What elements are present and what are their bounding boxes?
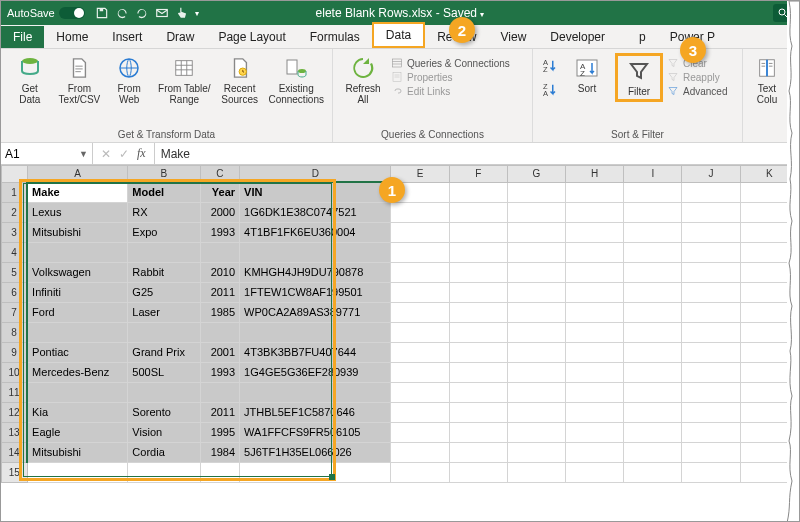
sort-button[interactable]: AZSort [563, 53, 611, 96]
from-text-csv-button[interactable]: From Text/CSV [57, 53, 103, 107]
cell-H5[interactable] [566, 262, 624, 282]
col-header-C[interactable]: C [200, 166, 240, 183]
cell-H8[interactable] [566, 322, 624, 342]
cell-F7[interactable] [449, 302, 507, 322]
cell-I4[interactable] [624, 242, 682, 262]
cell-H6[interactable] [566, 282, 624, 302]
col-header-A[interactable]: A [27, 166, 128, 183]
cell-E9[interactable] [391, 342, 449, 362]
cell-B15[interactable] [128, 462, 200, 482]
cell-F11[interactable] [449, 382, 507, 402]
cell-D1[interactable]: VIN [240, 182, 391, 202]
cell-B9[interactable]: Grand Prix [128, 342, 200, 362]
cell-A6[interactable]: Infiniti [27, 282, 128, 302]
cell-A4[interactable] [27, 242, 128, 262]
cell-D8[interactable] [240, 322, 391, 342]
touch-icon[interactable] [175, 6, 189, 20]
cell-A9[interactable]: Pontiac [27, 342, 128, 362]
row-header-15[interactable]: 15 [2, 462, 28, 482]
autosave-toggle[interactable]: AutoSave [7, 7, 85, 19]
row-header-2[interactable]: 2 [2, 202, 28, 222]
cell-E13[interactable] [391, 422, 449, 442]
cell-I3[interactable] [624, 222, 682, 242]
cell-G8[interactable] [507, 322, 565, 342]
cell-J11[interactable] [682, 382, 740, 402]
cell-H10[interactable] [566, 362, 624, 382]
save-icon[interactable] [95, 6, 109, 20]
cell-G3[interactable] [507, 222, 565, 242]
undo-icon[interactable] [115, 6, 129, 20]
cell-C11[interactable] [200, 382, 240, 402]
cell-C12[interactable]: 2011 [200, 402, 240, 422]
cell-A5[interactable]: Volkswagen [27, 262, 128, 282]
cell-G6[interactable] [507, 282, 565, 302]
cell-C6[interactable]: 2011 [200, 282, 240, 302]
fx-icon[interactable]: fx [137, 146, 146, 161]
cell-G10[interactable] [507, 362, 565, 382]
cell-H2[interactable] [566, 202, 624, 222]
cell-F12[interactable] [449, 402, 507, 422]
cell-J15[interactable] [682, 462, 740, 482]
row-header-10[interactable]: 10 [2, 362, 28, 382]
cell-C2[interactable]: 2000 [200, 202, 240, 222]
col-header-F[interactable]: F [449, 166, 507, 183]
tab-insert[interactable]: Insert [100, 26, 154, 48]
cell-J6[interactable] [682, 282, 740, 302]
cell-E3[interactable] [391, 222, 449, 242]
cell-B13[interactable]: Vision [128, 422, 200, 442]
cell-C13[interactable]: 1995 [200, 422, 240, 442]
tab-data[interactable]: Data [372, 22, 425, 48]
get-data-button[interactable]: Get Data [7, 53, 53, 107]
cell-H4[interactable] [566, 242, 624, 262]
cell-F6[interactable] [449, 282, 507, 302]
cell-B11[interactable] [128, 382, 200, 402]
cell-D4[interactable] [240, 242, 391, 262]
cell-A3[interactable]: Mitsubishi [27, 222, 128, 242]
cell-G15[interactable] [507, 462, 565, 482]
sort-asc-button[interactable]: AZ [539, 57, 559, 79]
cell-B4[interactable] [128, 242, 200, 262]
tab-page-layout[interactable]: Page Layout [206, 26, 297, 48]
row-header-6[interactable]: 6 [2, 282, 28, 302]
cell-H13[interactable] [566, 422, 624, 442]
cell-I15[interactable] [624, 462, 682, 482]
cell-F2[interactable] [449, 202, 507, 222]
cell-J12[interactable] [682, 402, 740, 422]
cell-A12[interactable]: Kia [27, 402, 128, 422]
tab-file[interactable]: File [1, 26, 44, 48]
cell-E12[interactable] [391, 402, 449, 422]
row-header-3[interactable]: 3 [2, 222, 28, 242]
cell-A13[interactable]: Eagle [27, 422, 128, 442]
cell-A15[interactable] [27, 462, 128, 482]
col-header-D[interactable]: D [240, 166, 391, 183]
cell-F8[interactable] [449, 322, 507, 342]
cell-J8[interactable] [682, 322, 740, 342]
cell-I13[interactable] [624, 422, 682, 442]
cell-D10[interactable]: 1G4GE5G36EF280939 [240, 362, 391, 382]
row-header-1[interactable]: 1 [2, 182, 28, 202]
queries-connections-button[interactable]: Queries & Connections [391, 57, 510, 69]
cell-G5[interactable] [507, 262, 565, 282]
cell-J10[interactable] [682, 362, 740, 382]
cancel-icon[interactable]: ✕ [101, 147, 111, 161]
cell-G2[interactable] [507, 202, 565, 222]
cell-D14[interactable]: 5J6TF1H35EL066026 [240, 442, 391, 462]
cell-C14[interactable]: 1984 [200, 442, 240, 462]
cell-H14[interactable] [566, 442, 624, 462]
tab-draw[interactable]: Draw [154, 26, 206, 48]
fill-handle[interactable] [329, 474, 335, 480]
cell-F15[interactable] [449, 462, 507, 482]
cell-G9[interactable] [507, 342, 565, 362]
tab-fragment[interactable]: p [617, 26, 658, 48]
cell-A11[interactable] [27, 382, 128, 402]
cell-J14[interactable] [682, 442, 740, 462]
row-header-5[interactable]: 5 [2, 262, 28, 282]
cell-H7[interactable] [566, 302, 624, 322]
cell-E7[interactable] [391, 302, 449, 322]
cell-H12[interactable] [566, 402, 624, 422]
cell-F14[interactable] [449, 442, 507, 462]
recent-sources-button[interactable]: Recent Sources [217, 53, 263, 107]
qat-dropdown-icon[interactable]: ▾ [195, 9, 199, 18]
cell-A2[interactable]: Lexus [27, 202, 128, 222]
cell-G12[interactable] [507, 402, 565, 422]
